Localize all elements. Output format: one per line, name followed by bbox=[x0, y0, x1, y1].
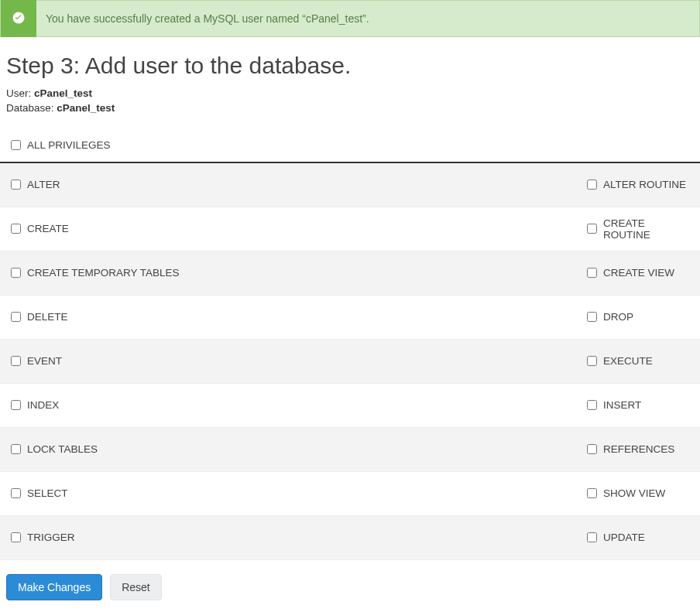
privilege-cell-left: LOCK TABLES bbox=[0, 443, 576, 455]
privilege-cell-right: CREATE VIEW bbox=[576, 267, 700, 279]
db-label: Database: bbox=[6, 102, 54, 114]
privilege-label: SHOW VIEW bbox=[603, 487, 665, 499]
privilege-label: TRIGGER bbox=[27, 532, 75, 543]
privilege-label: REFERENCES bbox=[603, 443, 674, 455]
privilege-checkbox[interactable] bbox=[587, 179, 597, 190]
privilege-checkbox[interactable] bbox=[11, 224, 21, 234]
privilege-checkbox[interactable] bbox=[587, 400, 597, 410]
privilege-cell-right: INSERT bbox=[576, 399, 700, 411]
success-message: You have successfully created a MySQL us… bbox=[36, 12, 369, 25]
reset-button[interactable]: Reset bbox=[110, 574, 162, 600]
page-title: Step 3: Add user to the database. bbox=[6, 53, 700, 79]
privilege-cell-left: DELETE bbox=[0, 311, 576, 323]
privilege-cell-left: CREATE TEMPORARY TABLES bbox=[0, 267, 576, 279]
privilege-row: INDEXINSERT bbox=[0, 384, 700, 428]
privilege-label: CREATE VIEW bbox=[603, 267, 674, 279]
privilege-checkbox[interactable] bbox=[11, 312, 21, 322]
privilege-checkbox[interactable] bbox=[587, 444, 597, 454]
privilege-label: INSERT bbox=[603, 399, 641, 411]
privilege-label: ALTER ROUTINE bbox=[603, 179, 686, 190]
privilege-row: CREATE TEMPORARY TABLESCREATE VIEW bbox=[0, 251, 700, 296]
privilege-cell-right: SHOW VIEW bbox=[576, 487, 700, 499]
privileges-table: ALL PRIVILEGES ALTERALTER ROUTINECREATEC… bbox=[0, 130, 700, 560]
privilege-checkbox[interactable] bbox=[11, 179, 21, 190]
privilege-label: ALTER bbox=[27, 179, 60, 190]
privilege-row: LOCK TABLESREFERENCES bbox=[0, 428, 700, 472]
privilege-checkbox[interactable] bbox=[11, 356, 21, 366]
privileges-body: ALTERALTER ROUTINECREATECREATE ROUTINECR… bbox=[0, 163, 700, 560]
privilege-cell-left: EVENT bbox=[0, 355, 576, 367]
privilege-row: DELETEDROP bbox=[0, 296, 700, 340]
user-db-meta: User: cPanel_test Database: cPanel_test bbox=[6, 87, 700, 116]
privilege-row: TRIGGERUPDATE bbox=[0, 516, 700, 560]
privilege-label: EXECUTE bbox=[603, 355, 653, 367]
db-value: cPanel_test bbox=[57, 102, 115, 114]
privilege-checkbox[interactable] bbox=[11, 400, 21, 410]
privilege-label: DELETE bbox=[27, 311, 68, 323]
privilege-checkbox[interactable] bbox=[587, 532, 597, 542]
privilege-label: CREATE TEMPORARY TABLES bbox=[27, 267, 180, 279]
privilege-label: UPDATE bbox=[603, 532, 645, 543]
privilege-label: CREATE bbox=[27, 223, 69, 234]
privilege-cell-left: INDEX bbox=[0, 399, 576, 411]
privilege-checkbox[interactable] bbox=[587, 488, 597, 498]
all-privileges-label: ALL PRIVILEGES bbox=[27, 139, 111, 151]
privilege-checkbox[interactable] bbox=[587, 312, 597, 322]
privilege-cell-right: ALTER ROUTINE bbox=[576, 179, 700, 190]
privilege-row: SELECTSHOW VIEW bbox=[0, 472, 700, 516]
privilege-checkbox[interactable] bbox=[11, 532, 21, 542]
privilege-cell-right: UPDATE bbox=[576, 532, 700, 543]
privilege-label: SELECT bbox=[27, 487, 68, 499]
privilege-cell-left: CREATE bbox=[0, 223, 576, 234]
privilege-label: DROP bbox=[603, 311, 633, 323]
privilege-cell-right: EXECUTE bbox=[576, 355, 700, 367]
privilege-checkbox[interactable] bbox=[11, 488, 21, 498]
make-changes-button[interactable]: Make Changes bbox=[6, 574, 102, 600]
button-bar: Make Changes Reset bbox=[0, 560, 700, 610]
privilege-checkbox[interactable] bbox=[11, 444, 21, 454]
success-banner: You have successfully created a MySQL us… bbox=[0, 0, 700, 37]
all-privileges-checkbox[interactable] bbox=[11, 140, 21, 150]
user-label: User: bbox=[6, 87, 31, 99]
all-privileges-row: ALL PRIVILEGES bbox=[0, 130, 700, 163]
privilege-label: INDEX bbox=[27, 399, 59, 411]
user-value: cPanel_test bbox=[34, 87, 92, 99]
privilege-cell-right: DROP bbox=[576, 311, 700, 323]
privilege-label: CREATE ROUTINE bbox=[603, 217, 689, 241]
privilege-checkbox[interactable] bbox=[11, 268, 21, 278]
privilege-row: EVENTEXECUTE bbox=[0, 340, 700, 384]
privilege-label: LOCK TABLES bbox=[27, 443, 98, 455]
privilege-cell-right: REFERENCES bbox=[576, 443, 700, 455]
privilege-cell-right: CREATE ROUTINE bbox=[576, 217, 700, 241]
privilege-checkbox[interactable] bbox=[587, 268, 597, 278]
privilege-cell-left: ALTER bbox=[0, 179, 576, 190]
privilege-label: EVENT bbox=[27, 355, 62, 367]
privilege-row: ALTERALTER ROUTINE bbox=[0, 163, 700, 207]
privilege-row: CREATECREATE ROUTINE bbox=[0, 207, 700, 251]
privilege-cell-left: TRIGGER bbox=[0, 532, 576, 543]
privilege-checkbox[interactable] bbox=[587, 224, 597, 234]
privilege-checkbox[interactable] bbox=[587, 356, 597, 366]
privilege-cell-left: SELECT bbox=[0, 487, 576, 499]
check-circle-icon bbox=[12, 11, 26, 27]
success-icon-wrap bbox=[1, 0, 36, 37]
